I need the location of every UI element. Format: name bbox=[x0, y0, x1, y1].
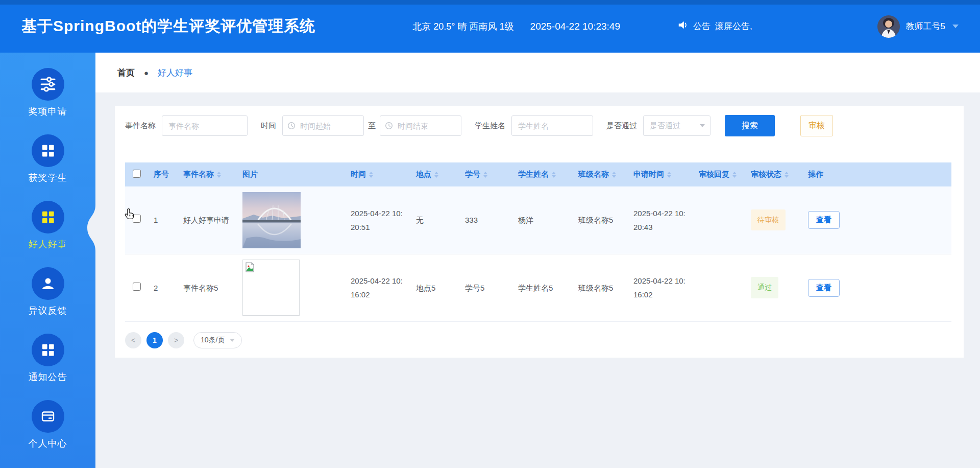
cell-class-name: 班级名称5 bbox=[573, 254, 628, 321]
col-review-status: 审核状态 bbox=[746, 162, 803, 186]
col-action: 操作 bbox=[803, 162, 951, 186]
breadcrumb-current[interactable]: 好人好事 bbox=[158, 67, 192, 79]
cell-index: 2 bbox=[149, 254, 178, 321]
main-content: 首页 ● 好人好事 事件名称 时间 至 学生姓名 是 bbox=[95, 53, 980, 468]
review-button[interactable]: 审核 bbox=[800, 115, 833, 136]
view-button[interactable]: 查看 bbox=[808, 211, 840, 229]
cell-student-name: 杨洋 bbox=[513, 186, 573, 254]
chevron-down-icon bbox=[230, 339, 235, 342]
prev-page-button[interactable]: < bbox=[125, 332, 141, 348]
sidebar-item-label: 异议反馈 bbox=[29, 305, 67, 317]
table-header-row: 序号 事件名称 图片 时间 地点 学号 学生姓名 班级名称 申请时间 审核回复 … bbox=[125, 162, 951, 186]
table-row: 2 事件名称5 2025-04-22 10:16:02 bbox=[125, 254, 951, 321]
cell-location: 无 bbox=[411, 186, 460, 254]
row-checkbox[interactable] bbox=[133, 283, 141, 291]
sidebar-item-label: 奖项申请 bbox=[29, 105, 67, 118]
datetime-display: 2025-04-22 10:23:49 bbox=[530, 21, 620, 32]
sort-icon[interactable] bbox=[732, 172, 737, 178]
grid-icon bbox=[32, 334, 64, 366]
col-student-id: 学号 bbox=[460, 162, 513, 186]
sidebar-item-label: 个人中心 bbox=[29, 437, 67, 450]
cell-student-id: 学号5 bbox=[460, 254, 513, 321]
clock-icon bbox=[287, 122, 296, 132]
col-event-name: 事件名称 bbox=[178, 162, 237, 186]
student-name-input[interactable] bbox=[511, 115, 593, 136]
sidebar-item-good-deeds[interactable]: 好人好事 bbox=[0, 201, 95, 250]
filter-bar: 事件名称 时间 至 学生姓名 是否通过 是否通过 bbox=[125, 114, 951, 137]
sort-icon[interactable] bbox=[785, 172, 789, 178]
speaker-icon bbox=[677, 19, 689, 33]
cell-time: 2025-04-22 10:16:02 bbox=[346, 254, 411, 321]
sidebar-item-dispute-feedback[interactable]: 异议反馈 bbox=[0, 267, 95, 317]
cell-class-name: 班级名称5 bbox=[573, 186, 628, 254]
clock-icon bbox=[385, 122, 393, 132]
pass-filter-value: 是否通过 bbox=[650, 121, 680, 131]
sort-icon[interactable] bbox=[667, 172, 671, 178]
cell-event-name: 好人好事申请 bbox=[178, 186, 237, 254]
announcement-label: 公告 bbox=[693, 20, 710, 32]
next-page-button[interactable]: > bbox=[168, 332, 184, 348]
card-icon bbox=[32, 400, 64, 433]
event-photo[interactable] bbox=[242, 192, 301, 248]
sidebar-item-award-students[interactable]: 获奖学生 bbox=[0, 134, 95, 184]
col-image: 图片 bbox=[237, 162, 346, 186]
good-deeds-table: 序号 事件名称 图片 时间 地点 学号 学生姓名 班级名称 申请时间 审核回复 … bbox=[125, 162, 951, 322]
sidebar-item-award-apply[interactable]: 奖项申请 bbox=[0, 68, 95, 118]
pass-filter-select[interactable]: 是否通过 bbox=[643, 115, 710, 136]
chevron-down-icon bbox=[952, 25, 959, 28]
col-location: 地点 bbox=[411, 162, 460, 186]
sort-icon[interactable] bbox=[483, 172, 487, 178]
event-name-input[interactable] bbox=[162, 115, 248, 136]
view-button[interactable]: 查看 bbox=[808, 279, 840, 297]
weather-info: 北京 20.5° 晴 西南风 1级 bbox=[412, 20, 513, 33]
page-size-select[interactable]: 10条/页 bbox=[193, 332, 242, 348]
sidebar-item-label: 好人好事 bbox=[29, 238, 67, 250]
col-student-name: 学生姓名 bbox=[513, 162, 573, 186]
grid-icon bbox=[32, 201, 64, 233]
col-index: 序号 bbox=[149, 162, 178, 186]
sidebar-item-notices[interactable]: 通知公告 bbox=[0, 334, 95, 383]
breadcrumb-separator: ● bbox=[144, 68, 149, 77]
status-badge: 待审核 bbox=[751, 209, 786, 230]
cell-review-reply bbox=[694, 254, 746, 321]
search-button[interactable]: 搜索 bbox=[725, 115, 775, 136]
cell-apply-time: 2025-04-22 10:16:02 bbox=[628, 254, 694, 321]
sidebar-item-label: 通知公告 bbox=[29, 371, 67, 383]
student-name-label: 学生姓名 bbox=[475, 121, 505, 131]
col-apply-time: 申请时间 bbox=[628, 162, 694, 186]
row-checkbox[interactable] bbox=[133, 215, 141, 223]
user-icon bbox=[32, 267, 64, 300]
pagination: < 1 > 10条/页 bbox=[125, 332, 951, 348]
sidebar-item-label: 获奖学生 bbox=[29, 172, 67, 184]
broken-image-placeholder bbox=[242, 260, 300, 316]
sort-icon[interactable] bbox=[369, 172, 373, 178]
cell-location: 地点5 bbox=[411, 254, 460, 321]
sidebar-nav: 奖项申请 获奖学生 好人好事 异议反馈 bbox=[0, 53, 95, 468]
sort-icon[interactable] bbox=[552, 172, 556, 178]
breadcrumb: 首页 ● 好人好事 bbox=[95, 53, 980, 92]
sort-icon[interactable] bbox=[434, 172, 438, 178]
user-menu[interactable]: 教师工号5 bbox=[877, 15, 959, 38]
cell-student-id: 333 bbox=[460, 186, 513, 254]
col-time: 时间 bbox=[346, 162, 411, 186]
app-title: 基于SpringBoot的学生评奖评优管理系统 bbox=[21, 16, 315, 37]
grid-icon bbox=[32, 134, 64, 167]
select-all-checkbox[interactable] bbox=[133, 170, 141, 178]
pass-filter-label: 是否通过 bbox=[606, 121, 637, 131]
sort-icon[interactable] bbox=[612, 172, 616, 178]
chevron-down-icon bbox=[700, 124, 705, 127]
col-review-reply: 审核回复 bbox=[694, 162, 746, 186]
breadcrumb-home[interactable]: 首页 bbox=[117, 67, 135, 79]
announcement-text: 滚屏公告, bbox=[715, 20, 752, 32]
sidebar-item-profile[interactable]: 个人中心 bbox=[0, 400, 95, 450]
to-label: 至 bbox=[368, 121, 376, 131]
col-class-name: 班级名称 bbox=[573, 162, 628, 186]
status-badge: 通过 bbox=[751, 277, 778, 298]
cell-index: 1 bbox=[149, 186, 178, 254]
avatar[interactable] bbox=[877, 15, 900, 38]
sort-icon[interactable] bbox=[217, 172, 221, 178]
cell-time: 2025-04-22 10:20:51 bbox=[346, 186, 411, 254]
cell-event-name: 事件名称5 bbox=[178, 254, 237, 321]
current-page-button[interactable]: 1 bbox=[146, 332, 163, 348]
cell-apply-time: 2025-04-22 10:20:43 bbox=[628, 186, 694, 254]
